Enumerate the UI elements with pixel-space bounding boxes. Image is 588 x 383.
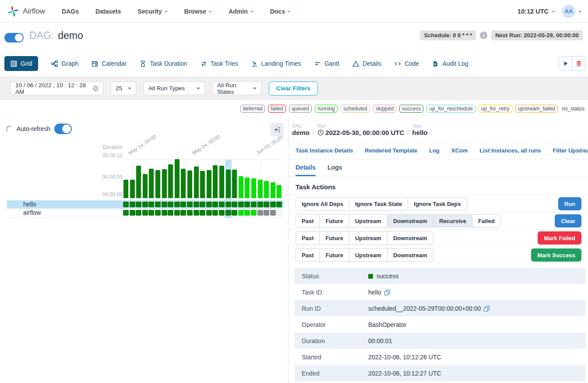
run-duration-bar[interactable] bbox=[219, 166, 224, 198]
run-duration-bar[interactable] bbox=[130, 180, 135, 198]
tab-code[interactable]: Code bbox=[394, 60, 419, 67]
task-instance-square[interactable] bbox=[238, 202, 244, 207]
future-segment-button[interactable]: Future bbox=[319, 231, 349, 245]
tab-landing-times[interactable]: Landing Times bbox=[251, 60, 301, 67]
task-instance-square[interactable] bbox=[251, 210, 257, 216]
nav-item-docs[interactable]: Docs bbox=[270, 8, 291, 15]
tab-details[interactable]: Details bbox=[352, 60, 381, 67]
task-instance-square[interactable] bbox=[200, 210, 205, 216]
task-instance-square[interactable] bbox=[194, 202, 199, 207]
run-duration-bar[interactable] bbox=[226, 170, 231, 198]
nav-item-browse[interactable]: Browse bbox=[184, 8, 212, 15]
run-states-select[interactable]: All Run States bbox=[212, 82, 261, 95]
run-types-select[interactable]: All Run Types bbox=[144, 82, 205, 95]
task-instance-square[interactable] bbox=[130, 210, 135, 216]
tab-task-duration[interactable]: Task Duration bbox=[140, 60, 187, 67]
downstream-segment-button[interactable]: Downstream bbox=[387, 214, 433, 227]
task-instance-square[interactable] bbox=[212, 202, 218, 207]
run-duration-bar[interactable] bbox=[149, 169, 154, 198]
task-instance-square[interactable] bbox=[155, 210, 161, 216]
task-instance-square[interactable] bbox=[187, 210, 193, 216]
run-duration-bar[interactable] bbox=[200, 171, 205, 198]
run-duration-bar[interactable] bbox=[181, 169, 186, 198]
delete-dag-button[interactable] bbox=[572, 57, 585, 71]
mark-success-button[interactable]: Mark Success bbox=[531, 248, 581, 262]
task-instance-square[interactable] bbox=[225, 202, 231, 207]
task-instance-square[interactable] bbox=[212, 210, 218, 216]
run-duration-bar[interactable] bbox=[194, 167, 199, 198]
link-list-instances-all-runs[interactable]: List Instances, all runs bbox=[479, 147, 541, 154]
task-instance-square[interactable] bbox=[162, 210, 167, 216]
task-row-label-airflow[interactable]: airflow bbox=[23, 209, 41, 217]
task-instance-square[interactable] bbox=[264, 202, 269, 207]
task-instance-square[interactable] bbox=[162, 202, 167, 207]
auto-refresh-toggle[interactable] bbox=[54, 124, 72, 134]
task-instance-square[interactable] bbox=[219, 210, 225, 216]
task-instance-square[interactable] bbox=[232, 210, 237, 216]
link-xcom[interactable]: XCom bbox=[451, 147, 468, 154]
task-instance-square[interactable] bbox=[123, 210, 129, 216]
task-instance-square[interactable] bbox=[257, 210, 263, 216]
task-instance-square[interactable] bbox=[187, 202, 193, 207]
run-duration-bar[interactable] bbox=[136, 166, 141, 198]
copy-icon[interactable] bbox=[483, 305, 490, 312]
task-instance-square[interactable] bbox=[238, 210, 244, 216]
run-duration-bar[interactable] bbox=[155, 170, 160, 198]
recursive-segment-button[interactable]: Recursive bbox=[433, 214, 472, 227]
link-task-instance-details[interactable]: Task Instance Details bbox=[296, 147, 353, 154]
run-duration-bar[interactable] bbox=[251, 178, 256, 198]
run-duration-bar[interactable] bbox=[239, 176, 243, 198]
run-duration-bar[interactable] bbox=[143, 174, 148, 198]
task-instance-square[interactable] bbox=[174, 210, 180, 216]
task-instance-square[interactable] bbox=[174, 202, 180, 207]
task-instance-square[interactable] bbox=[123, 202, 129, 207]
past-segment-button[interactable]: Past bbox=[296, 248, 320, 262]
nav-item-datasets[interactable]: Datasets bbox=[95, 8, 121, 15]
task-instance-square[interactable] bbox=[168, 210, 173, 216]
user-menu[interactable]: AA bbox=[562, 5, 582, 18]
task-instance-square[interactable] bbox=[257, 202, 263, 207]
clear-filters-button[interactable]: Clear Filters bbox=[269, 82, 318, 96]
task-instance-square[interactable] bbox=[244, 202, 250, 207]
run-duration-bar[interactable] bbox=[187, 170, 192, 198]
run-duration-bar[interactable] bbox=[258, 180, 263, 198]
task-instance-square[interactable] bbox=[148, 202, 154, 207]
task-instance-square[interactable] bbox=[180, 202, 186, 207]
task-instance-square[interactable] bbox=[225, 210, 231, 216]
task-instance-square[interactable] bbox=[219, 202, 225, 207]
utc-clock-menu[interactable]: 10:12 UTC bbox=[518, 8, 555, 15]
breadcrumb-run-value[interactable]: 2022-05-30, 00:00:00 UTC bbox=[317, 129, 404, 136]
ignore-task-state-segment-button[interactable]: Ignore Task State bbox=[349, 197, 408, 210]
run-duration-bar[interactable] bbox=[207, 170, 211, 198]
run-duration-bar[interactable] bbox=[264, 181, 269, 198]
task-instance-square[interactable] bbox=[206, 210, 212, 216]
past-segment-button[interactable]: Past bbox=[296, 214, 320, 227]
run-duration-bar[interactable] bbox=[175, 159, 180, 198]
task-row-label-hello[interactable]: hello bbox=[23, 200, 36, 209]
task-instance-square[interactable] bbox=[270, 210, 276, 216]
tab-grid[interactable]: Grid bbox=[4, 56, 38, 71]
task-instance-square[interactable] bbox=[148, 210, 154, 216]
tab-calendar[interactable]: Calendar bbox=[92, 60, 127, 67]
nav-item-dags[interactable]: DAGs bbox=[62, 8, 79, 15]
nav-item-security[interactable]: Security bbox=[137, 8, 167, 15]
ignore-all-deps-segment-button[interactable]: Ignore All Deps bbox=[296, 197, 349, 210]
task-instance-square[interactable] bbox=[200, 202, 205, 207]
tab-audit-log[interactable]: Audit Log bbox=[432, 60, 468, 67]
collapse-details-button[interactable] bbox=[270, 123, 284, 136]
run-duration-bar[interactable] bbox=[168, 164, 173, 198]
task-instance-square[interactable] bbox=[276, 202, 282, 207]
breadcrumb-task-value[interactable]: hello bbox=[412, 129, 427, 136]
task-instance-square[interactable] bbox=[136, 210, 141, 216]
ignore-task-deps-segment-button[interactable]: Ignore Task Deps bbox=[408, 197, 467, 210]
task-instance-square[interactable] bbox=[244, 210, 250, 216]
copy-icon[interactable] bbox=[384, 289, 391, 296]
run-duration-bar[interactable] bbox=[245, 177, 250, 198]
upstream-segment-button[interactable]: Upstream bbox=[349, 214, 387, 227]
task-instance-square[interactable] bbox=[276, 210, 282, 216]
task-instance-square[interactable] bbox=[142, 210, 148, 216]
task-instance-square[interactable] bbox=[180, 210, 186, 216]
task-instance-square[interactable] bbox=[264, 210, 269, 216]
clear-button[interactable]: Clear bbox=[555, 214, 581, 227]
run-duration-bar[interactable] bbox=[271, 182, 275, 198]
